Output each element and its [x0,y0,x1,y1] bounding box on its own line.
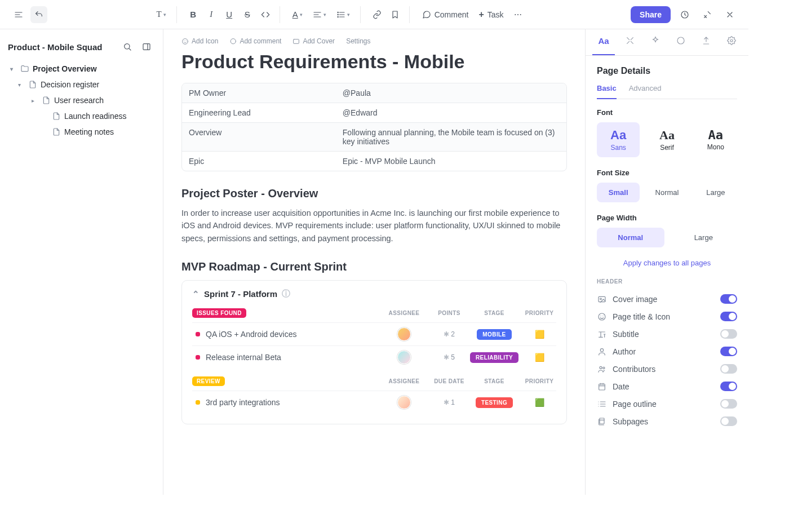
col-header: ASSIGNEE [387,310,421,316]
meta-key: Epic [182,152,336,171]
toggle-switch[interactable] [720,294,737,304]
priority-flag[interactable]: 🟩 [535,398,544,407]
width-option-large[interactable]: Large [670,228,738,247]
poster-body[interactable]: In order to increase user acquisition op… [181,207,567,245]
sprint-title: Sprint 7 - Platform [204,289,277,299]
right-panel: Aa Page Details Basic Advanced Font AaSa… [585,29,748,495]
svg-rect-18 [599,384,605,390]
roadmap-heading[interactable]: MVP Roadmap - Current Sprint [181,260,567,273]
add-cover-action[interactable]: Add Cover [292,37,335,45]
toggle-switch[interactable] [720,399,737,409]
rpanel-tab-typography[interactable]: Aa [592,29,614,55]
section-badge[interactable]: ISSUES FOUND [192,308,246,318]
task-row[interactable]: QA iOS + Android devices ✱ 2 MOBILE 🟨 [192,322,556,345]
add-icon-action[interactable]: Add Icon [181,37,218,45]
rpanel-tab-comments[interactable] [671,29,691,55]
stage-badge[interactable]: MOBILE [477,329,511,340]
toggle-switch[interactable] [720,312,737,321]
rpanel-tab-ai[interactable] [645,29,666,55]
list-dropdown[interactable]: ▾ [332,8,354,21]
svg-rect-19 [600,418,604,424]
priority-flag[interactable]: 🟨 [535,353,544,362]
width-option-normal[interactable]: Normal [597,228,664,247]
toggle-row: Cover image [597,290,737,308]
font-option-sans[interactable]: AaSans [597,122,640,157]
tree-item-decision-register[interactable]: ▾ Decision register [8,77,155,92]
meta-key: Overview [182,123,336,151]
sidebar-panel-button[interactable] [138,38,155,55]
link-button[interactable] [369,6,385,23]
toggle-label: Subpages [613,417,648,426]
sidebar: Product - Mobile Squad ▾ Project Overvie… [0,29,163,495]
calendar-icon [597,382,607,391]
type-icon [597,330,607,339]
rpanel-tab-export[interactable] [696,29,716,55]
tree-item-meeting-notes[interactable]: Meeting notes [8,124,155,140]
status-dot [196,332,200,336]
col-header: STAGE [477,378,511,384]
settings-action[interactable]: Settings [346,37,370,45]
rpanel-tab-relations[interactable] [620,29,640,55]
doc-action-bar: Add Icon Add comment Add Cover Settings [181,37,567,45]
assignee-avatar[interactable] [397,327,411,341]
rpanel-tab-settings[interactable] [721,29,742,55]
undo-button[interactable] [30,6,47,23]
size-option-small[interactable]: Small [597,183,640,202]
svg-point-16 [600,366,602,369]
priority-flag[interactable]: 🟨 [535,330,544,339]
toggle-switch[interactable] [720,364,737,374]
underline-button[interactable]: U [221,6,238,23]
stage-badge[interactable]: RELIABILITY [470,352,518,363]
meta-value[interactable]: @Edward [336,103,566,122]
font-option-mono[interactable]: AaMono [694,122,737,157]
font-option-serif[interactable]: AaSerif [645,122,688,157]
size-option-normal[interactable]: Normal [645,183,688,202]
toggle-switch[interactable] [720,347,737,356]
poster-heading[interactable]: Project Poster - Overview [181,187,567,200]
toggle-switch[interactable] [720,416,737,426]
apply-all-link[interactable]: Apply changes to all pages [597,259,737,267]
meta-value[interactable]: Following annual planning, the Mobile te… [336,123,566,151]
italic-button[interactable]: I [203,6,220,23]
strikethrough-button[interactable]: S [239,6,256,23]
assignee-avatar[interactable] [397,351,411,364]
tree-item-project-overview[interactable]: ▾ Project Overview [8,61,155,77]
search-button[interactable] [119,38,136,55]
toggle-label: Cover image [613,295,657,304]
subtab-basic[interactable]: Basic [597,84,617,99]
assignee-avatar[interactable] [397,396,411,409]
text-color-dropdown[interactable]: A▾ [288,7,307,21]
add-comment-action[interactable]: Add comment [229,37,281,45]
subtab-advanced[interactable]: Advanced [629,84,662,99]
meta-value[interactable]: @Paula [336,83,566,103]
more-button[interactable] [509,6,526,23]
meta-value[interactable]: Epic - MVP Mobile Launch [336,152,566,171]
top-toolbar: T▾ B I U S A▾ ▾ ▾ Comment +Task [0,0,748,29]
text-style-dropdown[interactable]: T▾ [152,7,171,21]
comment-button[interactable]: Comment [418,7,473,22]
tree-item-user-research[interactable]: ▸ User research [8,92,155,108]
section-badge[interactable]: REVIEW [192,376,225,386]
sprint-title-row[interactable]: ⌃ Sprint 7 - Platform ⓘ [192,289,556,299]
task-button[interactable]: +Task [474,7,508,23]
code-button[interactable] [257,6,274,23]
menu-toggle-button[interactable] [10,6,27,23]
tree-item-launch-readiness[interactable]: Launch readiness [8,108,155,124]
toggle-switch[interactable] [720,329,737,339]
stage-badge[interactable]: TESTING [476,397,513,408]
task-row[interactable]: Release internal Beta ✱ 5 RELIABILITY 🟨 [192,345,556,369]
share-button[interactable]: Share [631,6,671,23]
bold-button[interactable]: B [185,6,202,23]
toggle-switch[interactable] [720,382,737,391]
close-button[interactable] [721,6,738,23]
meta-table: PM Owner@Paula Engineering Lead@Edward O… [181,83,567,171]
collapse-button[interactable] [699,6,716,23]
page-title[interactable]: Product Requirements - Mobile [181,51,567,73]
size-option-large[interactable]: Large [694,183,737,202]
status-dot [196,400,200,405]
svg-point-10 [677,37,684,44]
align-dropdown[interactable]: ▾ [308,8,331,21]
task-row[interactable]: 3rd party integrations ✱ 1 TESTING 🟩 [192,391,556,414]
history-button[interactable] [676,6,693,23]
bookmark-button[interactable] [387,6,404,23]
